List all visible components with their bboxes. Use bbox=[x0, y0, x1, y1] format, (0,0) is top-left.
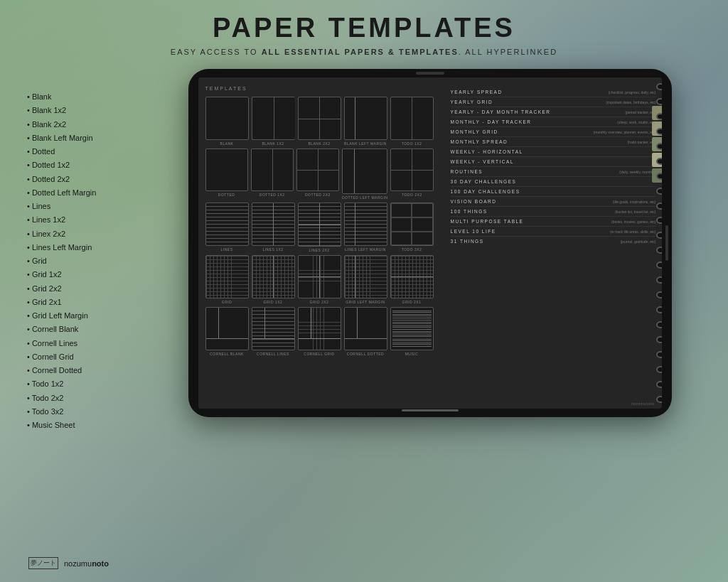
spiral-ring bbox=[656, 351, 662, 358]
right-item[interactable]: YEARLY SPREAD(checklist, progress, daily… bbox=[451, 90, 656, 97]
template-label: GRID 2X1 bbox=[402, 300, 422, 304]
template-thumb-grid-2x1 bbox=[390, 255, 434, 298]
template-label: DOTTED 1X2 bbox=[259, 193, 285, 197]
template-row: CORNELL BLANKCORNELL LINESCORNELL GRIDCO… bbox=[205, 307, 434, 356]
template-cell[interactable]: LINES bbox=[205, 203, 249, 252]
template-cell[interactable]: LINES LEFT MARGIN bbox=[344, 203, 387, 252]
template-cell[interactable]: GRID 1X2 bbox=[252, 255, 295, 304]
template-thumb-lines-2x2 bbox=[298, 203, 341, 246]
template-thumb-blank-left-margin bbox=[344, 97, 387, 140]
template-cell[interactable]: CORNELL DOTTED bbox=[344, 307, 387, 356]
right-item[interactable]: MONTHLY - DAY TRACKER(sleep, work, studi… bbox=[451, 119, 656, 127]
spiral-ring bbox=[656, 203, 662, 210]
template-cell[interactable]: DOTTED LEFT MARGIN bbox=[342, 149, 387, 200]
tablet-power-button[interactable] bbox=[665, 225, 668, 261]
right-item[interactable]: MULTI PURPOSE TABLE(books, movies, games… bbox=[451, 219, 656, 227]
right-item[interactable]: 30 DAY CHALLENGES bbox=[451, 179, 656, 187]
right-item-sub: (daily, weekly, monthly) bbox=[619, 170, 655, 174]
template-cell[interactable]: DOTTED bbox=[205, 149, 248, 200]
template-cell[interactable]: BLANK bbox=[205, 97, 249, 146]
template-label: TODO 3X2 bbox=[402, 247, 422, 252]
list-item: Blank Left Margin bbox=[23, 131, 154, 145]
right-item[interactable]: WEEKLY - VERTICAL bbox=[451, 159, 656, 167]
template-cell[interactable]: LINES 1X2 bbox=[252, 203, 295, 252]
list-item: Lines 1x2 bbox=[23, 213, 154, 227]
template-cell[interactable]: BLANK 1X2 bbox=[252, 97, 295, 146]
template-label: DOTTED 2X2 bbox=[305, 193, 331, 197]
spiral-ring bbox=[656, 158, 662, 165]
left-page: TEMPLATES BLANKBLANK 1X2BLANK 2X2BLANK L… bbox=[198, 77, 439, 409]
right-item-sub: (bucket list, travel list, etc) bbox=[615, 210, 656, 214]
right-item[interactable]: 31 THINGS(journal, gratitude, etc) bbox=[451, 239, 656, 246]
right-item[interactable]: WEEKLY - HORIZONTAL bbox=[451, 149, 656, 157]
tablet-wrapper: TEMPLATES BLANKBLANK 1X2BLANK 2X2BLANK L… bbox=[154, 69, 705, 417]
template-label: LINES bbox=[221, 247, 233, 252]
template-cell[interactable]: LINES 2X2 bbox=[298, 203, 341, 252]
right-item-title: YEARLY GRID bbox=[451, 99, 605, 104]
template-label: BLANK 2X2 bbox=[308, 141, 330, 146]
template-cell[interactable]: DOTTED 2X2 bbox=[296, 149, 339, 200]
right-item[interactable]: LEVEL 10 LIFE(to track life areas, skill… bbox=[451, 229, 656, 237]
brand-kanji: 夢ノート bbox=[28, 557, 58, 569]
right-item[interactable]: 100 THINGS(bucket list, travel list, etc… bbox=[451, 209, 656, 217]
template-thumb-dotted-1x2 bbox=[251, 149, 294, 191]
list-item: Todo 2x2 bbox=[23, 392, 154, 405]
template-thumb-blank-2x2 bbox=[298, 97, 341, 140]
template-label: CORNELL LINES bbox=[257, 352, 289, 356]
main-area: BlankBlank 1x2Blank 2x2Blank Left Margin… bbox=[23, 69, 705, 432]
list-item: Lines Left Margin bbox=[23, 241, 154, 254]
right-item[interactable]: VISION BOARD(life goals, inspirations, e… bbox=[451, 199, 656, 207]
right-item[interactable]: MONTHLY GRID(monthly overview, planner, … bbox=[451, 129, 656, 137]
template-thumb-grid-2x2 bbox=[298, 255, 341, 298]
right-item[interactable]: MONTHLY SPREAD(habit tracker, etc) bbox=[451, 139, 656, 147]
template-cell[interactable]: BLANK LEFT MARGIN bbox=[344, 97, 387, 146]
template-cell[interactable]: DOTTED 1X2 bbox=[251, 149, 294, 200]
template-cell[interactable]: GRID 2X2 bbox=[298, 255, 341, 304]
template-row: LINESLINES 1X2LINES 2X2LINES LEFT MARGIN… bbox=[205, 203, 434, 252]
template-thumb-dotted-2x2 bbox=[296, 149, 339, 191]
right-item[interactable]: YEARLY GRID(important dates, birthdays, … bbox=[451, 99, 656, 107]
tablet: TEMPLATES BLANKBLANK 1X2BLANK 2X2BLANK L… bbox=[188, 69, 672, 417]
right-item[interactable]: ROUTINES(daily, weekly, monthly) bbox=[451, 169, 656, 177]
template-cell[interactable]: TODO 3X2 bbox=[390, 203, 434, 252]
template-label: DOTTED LEFT MARGIN bbox=[342, 195, 387, 200]
template-cell[interactable]: GRID 2X1 bbox=[390, 255, 434, 304]
page-title: PAPER TEMPLATES bbox=[213, 13, 515, 43]
spiral-ring bbox=[656, 291, 662, 298]
brand-footer: 夢ノート nozumunoto bbox=[28, 557, 109, 569]
right-item-title: VISION BOARD bbox=[451, 199, 611, 204]
page-content: PAPER TEMPLATES EASY ACCESS TO ALL ESSEN… bbox=[0, 0, 728, 582]
right-item-sub: (important dates, birthdays, etc) bbox=[606, 100, 655, 104]
right-item[interactable]: 100 DAY CHALLENGES bbox=[451, 189, 656, 197]
template-cell[interactable]: TODO 2X2 bbox=[390, 149, 433, 200]
right-item[interactable]: YEARLY - DAY MONTH TRACKER(period tracke… bbox=[451, 109, 656, 117]
template-thumb-todo-3x2 bbox=[390, 203, 434, 246]
template-label: CORNELL DOTTED bbox=[347, 352, 384, 356]
right-item-title: LEVEL 10 LIFE bbox=[451, 229, 609, 234]
template-cell[interactable]: CORNELL GRID bbox=[298, 307, 341, 356]
tablet-home-indicator[interactable] bbox=[402, 409, 459, 411]
list-item: Blank 1x2 bbox=[23, 104, 154, 117]
brand-name: nozumunoto bbox=[64, 559, 109, 568]
template-cell[interactable]: BLANK 2X2 bbox=[298, 97, 341, 146]
list-item: Grid 1x2 bbox=[23, 268, 154, 281]
list-item: Lines bbox=[23, 200, 154, 213]
right-item-title: 100 THINGS bbox=[451, 209, 614, 214]
spiral-binding bbox=[656, 77, 662, 409]
template-cell[interactable]: CORNELL BLANK bbox=[205, 307, 249, 356]
watermark: nozomunoto bbox=[631, 402, 655, 406]
template-cell[interactable]: GRID LEFT MARGIN bbox=[344, 255, 387, 304]
template-thumb-todo-2x2 bbox=[390, 149, 433, 191]
right-item-sub: (monthly overview, planner, events, etc) bbox=[594, 130, 656, 134]
template-thumb-cornell-lines bbox=[252, 307, 295, 350]
template-thumb-grid bbox=[205, 255, 249, 298]
list-item: Blank 2x2 bbox=[23, 118, 154, 131]
template-cell[interactable]: GRID bbox=[205, 255, 249, 304]
template-cell[interactable]: MUSIC bbox=[390, 307, 434, 356]
template-cell[interactable]: CORNELL LINES bbox=[252, 307, 295, 356]
template-cell[interactable]: TODO 1X2 bbox=[390, 97, 434, 146]
right-item-title: MONTHLY - DAY TRACKER bbox=[451, 119, 616, 124]
spiral-ring bbox=[656, 113, 662, 120]
list-item: Grid 2x2 bbox=[23, 282, 154, 296]
list-item: Grid 2x1 bbox=[23, 296, 154, 309]
